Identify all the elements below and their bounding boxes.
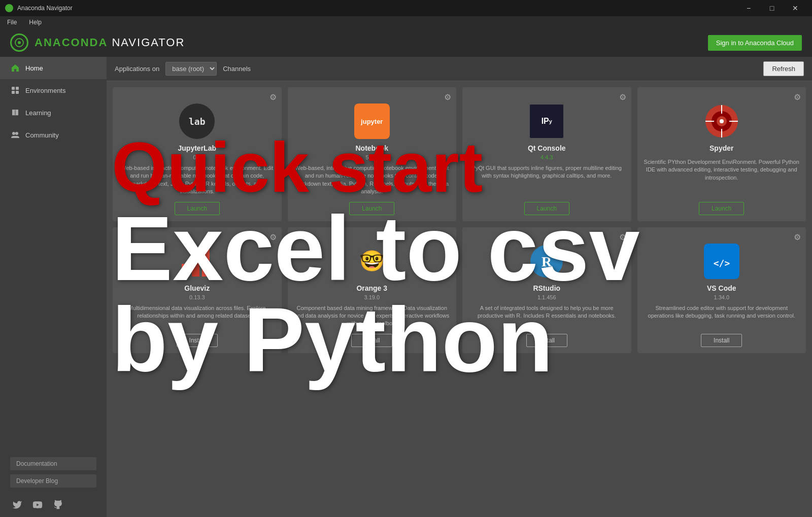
app-action-button-6[interactable]: Install [526, 334, 567, 347]
content-toolbar: Applications on base (root) Channels Ref… [107, 57, 812, 81]
app-desc-2: PyQt GUI that supports inline figures, p… [468, 164, 625, 196]
minimize-button[interactable]: − [737, 0, 760, 16]
sidebar-bottom: Documentation Developer Blog [0, 452, 107, 493]
app-icon [5, 4, 13, 12]
app-desc-1: Web-based, interactive computing noteboo… [294, 164, 451, 196]
documentation-button[interactable]: Documentation [10, 457, 96, 470]
header: ANACONDA NAVIGATOR Sign in to Anaconda C… [0, 28, 812, 57]
app-desc-7: Streamlined code editor with support for… [644, 304, 800, 328]
app-action-button-7[interactable]: Install [701, 334, 742, 347]
app-name-5: Orange 3 [356, 284, 387, 292]
cube-icon [10, 85, 20, 95]
app-version-7: 1.34.0 [714, 294, 729, 300]
people-icon [10, 130, 20, 140]
svg-rect-4 [12, 91, 15, 94]
gear-icon-4[interactable]: ⚙ [269, 232, 277, 242]
sidebar: Home Environments [0, 57, 107, 517]
svg-rect-16 [182, 264, 189, 277]
app-card-glueviz: ⚙ Glueviz 0.13.3 Multidimensional data v… [113, 227, 282, 353]
app-card-vs-code: ⚙ </> VS Code 1.34.0 Streamlined code ed… [637, 227, 806, 353]
close-button[interactable]: ✕ [784, 0, 807, 16]
apps-label: Applications on [115, 65, 159, 73]
gear-icon-1[interactable]: ⚙ [444, 92, 451, 102]
app-desc-6: A set of integrated tools designed to he… [468, 304, 625, 328]
logo-text: ANACONDA NAVIGATOR [35, 36, 185, 49]
app-action-button-3[interactable]: Launch [699, 202, 744, 215]
menu-help[interactable]: Help [27, 18, 44, 27]
app-icon-5: 🤓 [354, 244, 390, 279]
app-icon-2: IPy [529, 104, 564, 139]
gear-icon-7[interactable]: ⚙ [794, 232, 801, 242]
apps-grid-wrapper[interactable]: ⚙ lab JupyterLab 0.4 Web-based interacti… [107, 81, 812, 517]
youtube-icon[interactable] [30, 498, 45, 512]
svg-rect-5 [16, 91, 19, 94]
app-desc-3: Scientific PYthon Development EnviRonmen… [644, 158, 800, 196]
sidebar-nav: Home Environments [0, 57, 107, 452]
menu-file[interactable]: File [5, 18, 19, 27]
app-desc-0: Web-based interactive computing notebook… [119, 164, 276, 196]
app-version-2: 4.4.3 [540, 154, 553, 160]
gear-icon-6[interactable]: ⚙ [619, 232, 626, 242]
app-icon-0: lab [179, 104, 215, 139]
app-action-button-2[interactable]: Launch [524, 202, 569, 215]
app-name-6: RStudio [533, 284, 560, 292]
app-card-jupyterlab: ⚙ lab JupyterLab 0.4 Web-based interacti… [113, 87, 282, 221]
logo-icon [10, 33, 28, 52]
app-icon-7: </> [704, 244, 739, 279]
app-action-button-0[interactable]: Launch [175, 202, 220, 215]
app-version-0: 0.4 [193, 154, 201, 160]
svg-rect-17 [192, 256, 199, 277]
gear-icon-2[interactable]: ⚙ [619, 92, 626, 102]
environment-select[interactable]: base (root) [165, 62, 217, 76]
content-area: Applications on base (root) Channels Ref… [107, 57, 812, 517]
app-icon-4 [179, 244, 215, 279]
sign-in-button[interactable]: Sign in to Anaconda Cloud [708, 35, 802, 51]
app-card-orange-3: ⚙ 🤓 Orange 3 3.19.0 Component based data… [288, 227, 457, 353]
sidebar-item-community[interactable]: Community [0, 124, 107, 146]
app-action-button-4[interactable]: Install [177, 334, 218, 347]
app-icon-1: jupyter [354, 104, 390, 139]
sidebar-item-learning-label: Learning [25, 109, 51, 117]
sidebar-item-environments[interactable]: Environments [0, 79, 107, 101]
title-bar: Anaconda Navigator − □ ✕ [0, 0, 812, 16]
svg-point-6 [12, 132, 15, 135]
sidebar-item-environments-label: Environments [25, 87, 65, 94]
apps-grid: ⚙ lab JupyterLab 0.4 Web-based interacti… [113, 87, 806, 353]
twitter-icon[interactable] [10, 498, 24, 512]
channel-label: Channels [223, 65, 251, 73]
title-bar-left: Anaconda Navigator [5, 4, 73, 12]
title-bar-controls: − □ ✕ [737, 0, 807, 16]
developer-blog-button[interactable]: Developer Blog [10, 474, 96, 488]
gear-icon-3[interactable]: ⚙ [794, 92, 801, 102]
app-name-1: Notebook [355, 144, 388, 152]
app-name-7: VS Code [707, 284, 736, 292]
svg-point-11 [720, 119, 724, 123]
app-name-0: JupyterLab [178, 144, 216, 152]
app-action-button-5[interactable]: Install [351, 334, 392, 347]
svg-rect-2 [12, 87, 15, 90]
book-icon [10, 108, 20, 118]
app-card-rstudio: ⚙ R RStudio 1.1.456 A set of integrated … [462, 227, 631, 353]
app-version-5: 3.19.0 [364, 294, 380, 300]
gear-icon-0[interactable]: ⚙ [269, 92, 277, 102]
maximize-button[interactable]: □ [760, 0, 784, 16]
app-action-button-1[interactable]: Launch [349, 202, 394, 215]
svg-rect-3 [16, 87, 19, 90]
sidebar-item-home[interactable]: Home [0, 57, 107, 79]
app-icon-6: R [529, 244, 564, 279]
app-icon-3 [704, 104, 739, 139]
main-layout: Home Environments [0, 57, 812, 517]
sidebar-item-learning[interactable]: Learning [0, 101, 107, 124]
gear-icon-5[interactable]: ⚙ [444, 232, 451, 242]
sidebar-item-home-label: Home [25, 64, 43, 72]
app-card-qt-console: ⚙ IPy Qt Console 4.4.3 PyQt GUI that sup… [462, 87, 631, 221]
app-version-4: 0.13.3 [189, 294, 205, 300]
refresh-button[interactable]: Refresh [763, 61, 804, 76]
sidebar-social [0, 493, 107, 517]
app-card-spyder: ⚙ Spyder Scientific PYthon Development E… [637, 87, 806, 221]
home-icon [10, 63, 20, 73]
svg-point-7 [15, 132, 18, 135]
app-card-notebook: ⚙ jupyter Notebook 5.7.8 Web-based, inte… [288, 87, 457, 221]
github-icon[interactable] [51, 498, 65, 512]
svg-text:</>: </> [713, 258, 730, 268]
